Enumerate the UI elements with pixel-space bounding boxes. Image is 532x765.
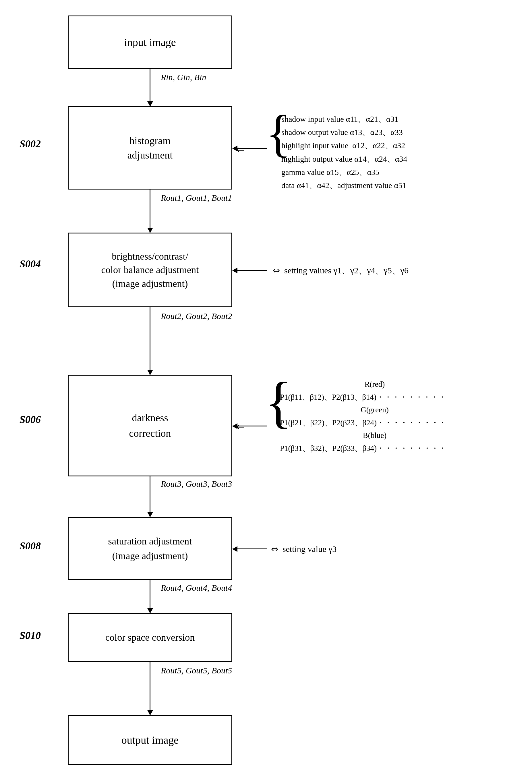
- input-image-label: input image: [124, 36, 176, 49]
- step-s006: S006: [20, 413, 41, 425]
- darkness-arrow-symbol: ⇐: [236, 421, 245, 433]
- darkness-label: darknesscorrection: [129, 410, 171, 441]
- arrow-input-to-histogram: [150, 69, 151, 106]
- darkness-params: R(red) P1(β11、β12)、P2(β13、β14)・・・・・・・・・ …: [280, 378, 446, 454]
- step-s002: S002: [20, 138, 41, 150]
- darkness-correction-box: darknesscorrection: [68, 375, 232, 476]
- saturation-label: saturation adjustment(image adjustment): [108, 534, 192, 563]
- brightness-param-1: ⇔ setting values γ1、γ2、γ4、γ5、γ6: [273, 264, 408, 278]
- darkness-param-r-title: R(red): [303, 378, 446, 391]
- histogram-arrow-symbol: ⇐: [236, 144, 245, 156]
- arrow-params-saturation: [233, 548, 267, 549]
- saturation-params: ⇔ setting value γ3: [271, 542, 336, 556]
- histogram-label: histogramadjustment: [128, 134, 173, 163]
- histogram-param-4: highlight output value α14、α24、α34: [281, 153, 407, 166]
- diagram-container: input image Rin, Gin, Bin S002 histogram…: [0, 0, 532, 765]
- darkness-param-b-title: B(blue): [303, 429, 446, 442]
- arrow-params-brightness: [233, 270, 267, 271]
- histogram-param-6: data α41、α42、adjustment value α51: [281, 179, 407, 192]
- arrow-colorspace-to-output: [150, 662, 151, 715]
- brightness-label: brightness/contrast/color balance adjust…: [101, 250, 199, 291]
- arrow-brightness-to-darkness: [150, 307, 151, 375]
- arrow-darkness-to-saturation: [150, 476, 151, 517]
- histogram-param-3: highlight input value α12、α22、α32: [281, 139, 407, 152]
- arrow-histogram-to-brightness: [150, 190, 151, 233]
- step-s008: S008: [20, 540, 41, 552]
- darkness-param-b: P1(β31、β32)、P2(β33、β34)・・・・・・・・・: [280, 442, 446, 455]
- darkness-param-r: P1(β11、β12)、P2(β13、β14)・・・・・・・・・: [280, 391, 446, 404]
- arrow1-label: Rin, Gin, Bin: [161, 72, 206, 82]
- step-s004: S004: [20, 258, 41, 270]
- saturation-param-1: ⇔ setting value γ3: [271, 542, 336, 556]
- color-space-label: color space conversion: [105, 632, 195, 643]
- histogram-params: shadow input value α11、α21、α31 shadow ou…: [281, 113, 407, 192]
- histogram-param-1: shadow input value α11、α21、α31: [281, 113, 407, 126]
- arrow2-label: Rout1, Gout1, Bout1: [161, 193, 232, 203]
- output-image-label: output image: [122, 734, 179, 746]
- histogram-param-5: gamma value α15、α25、α35: [281, 166, 407, 179]
- brightness-params: ⇔ setting values γ1、γ2、γ4、γ5、γ6: [273, 264, 408, 278]
- input-image-box: input image: [68, 16, 232, 69]
- arrow-saturation-to-colorspace: [150, 580, 151, 613]
- saturation-adjustment-box: saturation adjustment(image adjustment): [68, 517, 232, 580]
- arrow4-label: Rout3, Gout3, Bout3: [161, 479, 232, 489]
- brightness-contrast-box: brightness/contrast/color balance adjust…: [68, 233, 232, 307]
- darkness-param-g: P1(β21、β22)、P2(β23、β24)・・・・・・・・・: [280, 416, 446, 429]
- step-s010: S010: [20, 629, 41, 641]
- color-space-box: color space conversion: [68, 613, 232, 662]
- histogram-param-2: shadow output value α13、α23、α33: [281, 126, 407, 139]
- arrow5-label: Rout4, Gout4, Bout4: [161, 583, 232, 593]
- darkness-param-g-title: G(green): [303, 403, 446, 416]
- output-image-box: output image: [68, 715, 232, 765]
- arrow6-label: Rout5, Gout5, Bout5: [161, 666, 232, 675]
- histogram-adjustment-box: histogramadjustment: [68, 106, 232, 190]
- arrow3-label: Rout2, Gout2, Bout2: [161, 311, 232, 321]
